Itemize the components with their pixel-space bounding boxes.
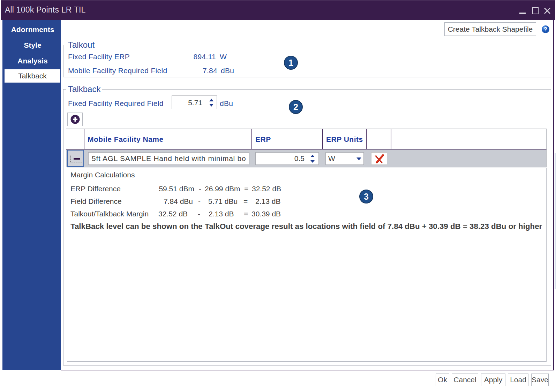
- svg-text:?: ?: [544, 26, 547, 33]
